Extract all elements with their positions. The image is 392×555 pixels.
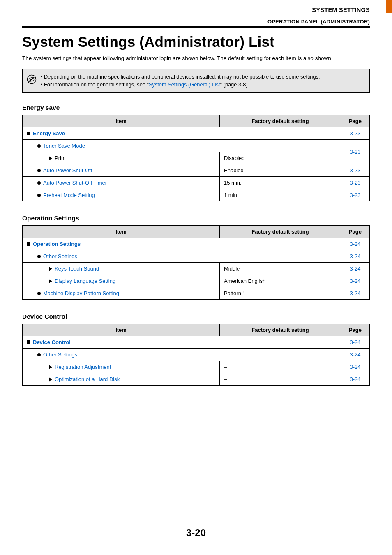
settings-table: ItemFactory default settingPageOperation… xyxy=(22,225,370,300)
note-icon xyxy=(27,74,37,84)
column-header-page: Page xyxy=(341,324,370,336)
setting-link[interactable]: Optimization of a Hard Disk xyxy=(55,376,120,382)
setting-link[interactable]: Energy Save xyxy=(33,130,65,136)
note-line-2-suffix: " (page 3-8). xyxy=(220,81,249,88)
setting-link[interactable]: Device Control xyxy=(33,339,71,345)
setting-link[interactable]: Display Language Setting xyxy=(55,278,115,284)
page-ref-link[interactable]: 3-23 xyxy=(341,164,370,177)
disc-bullet-icon xyxy=(37,194,41,197)
triangle-bullet-icon xyxy=(49,279,52,283)
setting-link[interactable]: Other Settings xyxy=(43,352,77,358)
square-bullet-icon xyxy=(27,132,30,135)
running-head: SYSTEM SETTINGS xyxy=(22,7,370,13)
setting-link[interactable]: Auto Power Shut-Off xyxy=(43,167,92,173)
page-ref-link[interactable]: 3-24 xyxy=(341,287,370,300)
header-subhead: OPERATION PANEL (ADMINISTRATOR) xyxy=(22,18,370,26)
disc-bullet-icon xyxy=(37,353,41,356)
column-header-default: Factory default setting xyxy=(220,324,341,336)
column-header-item: Item xyxy=(23,115,220,127)
table-row: Registration Adjustment–3-24 xyxy=(23,361,370,373)
page-ref-link[interactable]: 3-23 xyxy=(341,189,370,201)
table-row: Display Language SettingAmerican English… xyxy=(23,275,370,287)
table-row: Preheat Mode Setting1 min.3-23 xyxy=(23,189,370,201)
page-number: 3-20 xyxy=(0,527,392,539)
note-text: • Depending on the machine specification… xyxy=(41,73,320,89)
item-cell: Other Settings xyxy=(23,349,341,361)
page-ref-link[interactable]: 3-24 xyxy=(341,263,370,275)
default-cell: 1 min. xyxy=(220,189,341,201)
table-row: Operation Settings3-24 xyxy=(23,238,370,250)
page-ref-link[interactable]: 3-24 xyxy=(341,349,370,361)
note-box: • Depending on the machine specification… xyxy=(22,69,370,93)
section-color-bar xyxy=(386,0,392,13)
page-ref-link[interactable]: 3-24 xyxy=(341,250,370,263)
default-cell: 15 min. xyxy=(220,177,341,189)
default-cell: Middle xyxy=(220,263,341,275)
item-cell: Print xyxy=(23,152,220,164)
default-cell: Disabled xyxy=(220,152,341,164)
column-header-item: Item xyxy=(23,226,220,238)
settings-table: ItemFactory default settingPageDevice Co… xyxy=(22,324,370,386)
item-cell: Operation Settings xyxy=(23,238,341,250)
setting-link[interactable]: Operation Settings xyxy=(33,241,81,247)
disc-bullet-icon xyxy=(37,255,41,258)
page-ref-link[interactable]: 3-24 xyxy=(341,361,370,373)
item-cell: Energy Save xyxy=(23,127,341,140)
section-title: Device Control xyxy=(22,313,370,320)
page-ref-link[interactable]: 3-24 xyxy=(341,373,370,386)
disc-bullet-icon xyxy=(37,181,41,185)
table-row: PrintDisabled xyxy=(23,152,370,164)
triangle-bullet-icon xyxy=(49,156,52,160)
header-rule-thin xyxy=(22,16,370,16)
page-title: System Settings (Administrator) List xyxy=(22,34,370,50)
settings-table: ItemFactory default settingPageEnergy Sa… xyxy=(22,115,370,201)
note-line-2-prefix: • For information on the general setting… xyxy=(41,81,149,88)
table-row: Auto Power Shut-OffEnabled3-23 xyxy=(23,164,370,177)
header-rule-thick xyxy=(22,26,370,28)
setting-link[interactable]: Registration Adjustment xyxy=(55,364,111,370)
default-cell: Enabled xyxy=(220,164,341,177)
page-ref-link[interactable]: 3-23 xyxy=(341,127,370,140)
triangle-bullet-icon xyxy=(49,377,52,382)
column-header-default: Factory default setting xyxy=(220,115,341,127)
page-ref-link[interactable]: 3-24 xyxy=(341,336,370,349)
note-line-2: • For information on the general setting… xyxy=(41,81,320,89)
page-ref-link[interactable]: 3-23 xyxy=(341,140,370,164)
setting-link[interactable]: Auto Power Shut-Off Timer xyxy=(43,180,107,186)
default-cell: American English xyxy=(220,275,341,287)
table-row: Auto Power Shut-Off Timer15 min.3-23 xyxy=(23,177,370,189)
note-line-1: • Depending on the machine specification… xyxy=(41,73,320,81)
setting-label: Print xyxy=(55,155,66,161)
disc-bullet-icon xyxy=(37,292,41,295)
triangle-bullet-icon xyxy=(49,365,52,369)
setting-link[interactable]: Toner Save Mode xyxy=(43,143,85,149)
page-header: SYSTEM SETTINGS OPERATION PANEL (ADMINIS… xyxy=(22,0,370,28)
page-ref-link[interactable]: 3-24 xyxy=(341,275,370,287)
item-cell: Toner Save Mode xyxy=(23,140,341,152)
table-row: Machine Display Pattern SettingPattern 1… xyxy=(23,287,370,300)
setting-link[interactable]: Machine Display Pattern Setting xyxy=(43,290,119,296)
item-cell: Display Language Setting xyxy=(23,275,220,287)
item-cell: Preheat Mode Setting xyxy=(23,189,220,201)
item-cell: Other Settings xyxy=(23,250,341,263)
table-row: Optimization of a Hard Disk–3-24 xyxy=(23,373,370,386)
square-bullet-icon xyxy=(27,340,30,344)
item-cell: Machine Display Pattern Setting xyxy=(23,287,220,300)
setting-link[interactable]: Other Settings xyxy=(43,253,77,259)
item-cell: Device Control xyxy=(23,336,341,349)
setting-link[interactable]: Keys Touch Sound xyxy=(55,266,99,272)
setting-link[interactable]: Preheat Mode Setting xyxy=(43,192,95,198)
sections-container: Energy saveItemFactory default settingPa… xyxy=(22,104,370,386)
section-title: Operation Settings xyxy=(22,215,370,222)
item-cell: Optimization of a Hard Disk xyxy=(23,373,220,386)
column-header-page: Page xyxy=(341,226,370,238)
column-header-page: Page xyxy=(341,115,370,127)
table-row: Energy Save3-23 xyxy=(23,127,370,140)
default-cell: – xyxy=(220,361,341,373)
note-cross-ref-link[interactable]: System Settings (General) List xyxy=(149,81,220,88)
table-row: Keys Touch SoundMiddle3-24 xyxy=(23,263,370,275)
page-ref-link[interactable]: 3-24 xyxy=(341,238,370,250)
page-ref-link[interactable]: 3-23 xyxy=(341,177,370,189)
table-row: Other Settings3-24 xyxy=(23,349,370,361)
column-header-default: Factory default setting xyxy=(220,226,341,238)
